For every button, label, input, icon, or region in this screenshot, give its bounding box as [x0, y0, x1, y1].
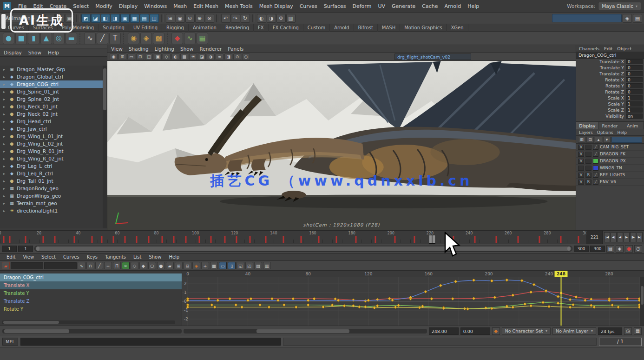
- stat-value-field[interactable]: [44, 262, 77, 269]
- menu-generate[interactable]: Generate: [388, 2, 419, 10]
- layer-tab-anim[interactable]: Anim: [621, 122, 644, 129]
- graph-menu-view[interactable]: View: [19, 254, 38, 260]
- channel-value-field[interactable]: 0: [626, 71, 643, 76]
- keyframe-tick[interactable]: [73, 236, 75, 243]
- expand-arrow-icon[interactable]: ▸: [3, 90, 7, 94]
- layer-visibility-toggle[interactable]: [578, 166, 584, 171]
- menu-help[interactable]: Help: [464, 2, 482, 10]
- textured-icon[interactable]: ▩: [180, 53, 188, 60]
- viewport-menu-lighting[interactable]: Lighting: [155, 46, 174, 52]
- channel-box-menu-object[interactable]: Object: [617, 46, 631, 51]
- scrollbar-thumb[interactable]: [256, 329, 349, 333]
- outliner-item[interactable]: ▸◆Drg_Leg_R_ctrl: [0, 170, 103, 177]
- cube-tool-icon[interactable]: ■: [15, 33, 27, 44]
- keyframe-tick[interactable]: [199, 236, 200, 243]
- keyframe-tick[interactable]: [517, 236, 519, 243]
- anim-layer-icon[interactable]: ▤: [606, 245, 614, 253]
- keyframe-tick[interactable]: [474, 236, 476, 243]
- viewport-menu-show[interactable]: Show: [180, 46, 193, 52]
- stacked-curves-icon[interactable]: ▤: [254, 262, 262, 269]
- shelf-tab-bifrost[interactable]: Bifrost: [354, 24, 378, 32]
- set-key-icon[interactable]: ◆: [492, 327, 500, 335]
- plane-tool-icon[interactable]: ▬: [66, 33, 77, 44]
- select-hierarchy-icon[interactable]: ◩: [81, 14, 91, 23]
- keyframe-tick[interactable]: [539, 236, 540, 243]
- command-line-input[interactable]: [20, 338, 281, 346]
- layer-playback-toggle[interactable]: R: [585, 173, 591, 178]
- graph-menu-tangents[interactable]: Tangents: [101, 254, 130, 260]
- layer-visibility-toggle[interactable]: V: [578, 145, 584, 150]
- render-frame-icon[interactable]: ◐: [257, 14, 266, 23]
- expand-arrow-icon[interactable]: ▸: [3, 97, 7, 101]
- ipr-render-icon[interactable]: ◑: [267, 14, 276, 23]
- outliner-item[interactable]: ▸◆Dragon_COG_ctrl: [0, 80, 103, 88]
- new-empty-layer-icon[interactable]: ⊞: [578, 137, 585, 143]
- menu-edit-mesh[interactable]: Edit Mesh: [190, 2, 222, 10]
- expand-arrow-icon[interactable]: ▸: [3, 134, 7, 139]
- layer-row[interactable]: VR╱ENV_V6: [576, 179, 644, 186]
- undo-icon[interactable]: ↶: [221, 14, 230, 23]
- outliner-item[interactable]: ▸◆Dragon_Global_ctrl: [0, 73, 103, 80]
- playback-end-field[interactable]: 300: [574, 246, 589, 252]
- maya-logo-icon[interactable]: M: [3, 2, 11, 10]
- graph-outliner-hscrollbar[interactable]: [2, 320, 175, 324]
- keyframe-tick[interactable]: [173, 236, 175, 243]
- motion-blur-icon[interactable]: ≈: [216, 53, 223, 60]
- outliner-item[interactable]: ▸●Drg_Neck_02_jnt: [0, 110, 103, 118]
- cylinder-tool-icon[interactable]: ▮: [28, 33, 39, 44]
- graph-channel-row[interactable]: Translate Y: [0, 289, 182, 297]
- scrollbar-thumb[interactable]: [641, 286, 644, 305]
- menu-display[interactable]: Display: [116, 2, 141, 10]
- retime-tool-icon[interactable]: ▯: [228, 262, 236, 269]
- menu-surfaces[interactable]: Surfaces: [321, 2, 349, 10]
- graph-menu-show[interactable]: Show: [145, 254, 165, 260]
- outliner-item[interactable]: ▸▣Dragon_Master_Grp: [0, 66, 103, 73]
- outliner-scrollbar[interactable]: [103, 66, 107, 228]
- outliner-item[interactable]: ▸☀directionalLight1: [0, 207, 103, 214]
- layer-row[interactable]: V╱DRAGON_FK: [576, 151, 644, 158]
- shaded-icon[interactable]: ◐: [171, 53, 179, 60]
- outliner-item[interactable]: ▸●Drg_Tail_01_jnt: [0, 177, 103, 185]
- graph-menu-curves[interactable]: Curves: [59, 254, 83, 260]
- stat-time-field[interactable]: [11, 262, 43, 269]
- keyframe-tick[interactable]: [496, 236, 497, 243]
- isolate-select-icon[interactable]: ⊙: [233, 53, 241, 60]
- play-forwards-button[interactable]: ▶: [624, 232, 630, 242]
- expand-arrow-icon[interactable]: ▸: [3, 75, 7, 79]
- motion-path-icon[interactable]: ∿: [184, 33, 196, 44]
- go-to-start-button[interactable]: |◀: [604, 232, 610, 242]
- panel-layout-icon[interactable]: ▤: [633, 14, 642, 23]
- shelf-tab-fx-caching[interactable]: FX Caching: [269, 24, 303, 32]
- menu-cache[interactable]: Cache: [419, 2, 441, 10]
- normalize-curves-icon[interactable]: ▥: [263, 262, 271, 269]
- play-backwards-button[interactable]: ◀: [617, 232, 623, 242]
- outliner-item[interactable]: ▸●Drg_Spine_01_jnt: [0, 88, 103, 95]
- expand-arrow-icon[interactable]: ▸: [3, 105, 7, 109]
- graph-filter-icon[interactable]: ▰: [2, 262, 10, 269]
- keyframe-tick[interactable]: [578, 236, 579, 243]
- outliner-item[interactable]: ▸◆Drg_Head_ctrl: [0, 118, 103, 125]
- keyframe-tick[interactable]: [3, 236, 5, 243]
- go-to-end-button[interactable]: ▶|: [637, 232, 643, 242]
- outliner-item[interactable]: ▸●Drg_Wing_L_01_jnt: [0, 133, 103, 140]
- graph-editor-curve-view[interactable]: 04080120160200240280210-1-2248: [182, 271, 644, 326]
- layer-menu-help[interactable]: Help: [618, 130, 627, 135]
- keyframe-tick[interactable]: [136, 236, 138, 243]
- current-value-field[interactable]: 0.00: [460, 327, 490, 335]
- animation-end-field[interactable]: 300: [590, 246, 605, 252]
- tangent-spline-icon[interactable]: ∿: [78, 262, 85, 269]
- keyframe-tick[interactable]: [125, 236, 126, 243]
- step-back-frame-button[interactable]: ◀|: [611, 232, 617, 242]
- graph-channel-row[interactable]: Dragon_COG_ctrl: [0, 273, 182, 281]
- shelf-tab-xgen[interactable]: XGen: [447, 24, 468, 32]
- outliner-item[interactable]: ▸◆Drg_Jaw_ctrl: [0, 125, 103, 133]
- range-slider-bar[interactable]: [36, 247, 571, 251]
- layer-visibility-toggle[interactable]: V: [578, 173, 584, 178]
- channel-value-field[interactable]: 0: [626, 59, 643, 64]
- snap-to-curve-icon[interactable]: ◉: [176, 14, 185, 23]
- outliner-menu-show[interactable]: Show: [28, 50, 41, 55]
- lights-icon[interactable]: ☀: [189, 53, 197, 60]
- multi-mask-icon[interactable]: ◫: [150, 14, 159, 23]
- cone-tool-icon[interactable]: ▲: [40, 33, 52, 44]
- tangent-plateau-icon[interactable]: ≈: [122, 262, 130, 269]
